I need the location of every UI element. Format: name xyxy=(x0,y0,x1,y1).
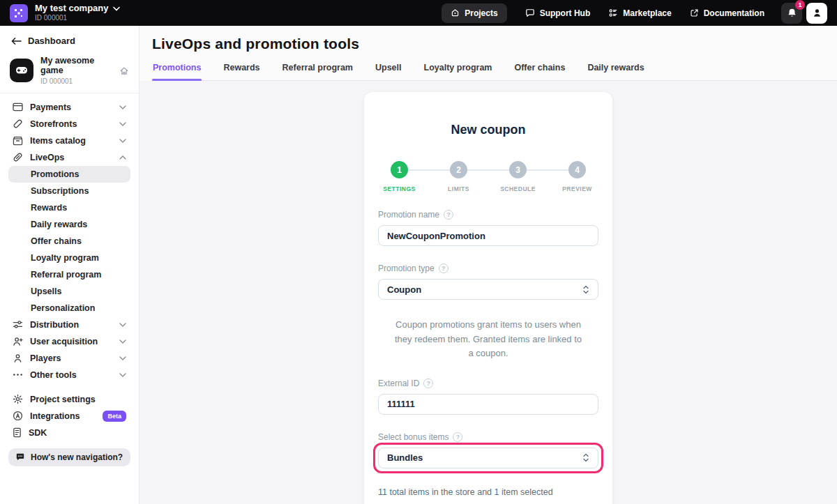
tab-bar: Promotions Rewards Referral program Upse… xyxy=(152,63,837,81)
chevron-down-icon xyxy=(119,122,126,126)
bonus-items-label-row: Select bonus items ? xyxy=(378,432,598,442)
sidebar-item-subscriptions[interactable]: Subscriptions xyxy=(8,183,130,199)
sidebar-item-distribution[interactable]: Distribution xyxy=(8,316,130,333)
tab-offer-chains[interactable]: Offer chains xyxy=(513,63,566,80)
step-4-label: PREVIEW xyxy=(562,185,592,192)
user-icon xyxy=(13,353,23,363)
promotion-type-select[interactable]: Coupon xyxy=(378,279,598,300)
project-avatar xyxy=(10,59,33,82)
bonus-items-select[interactable]: Bundles xyxy=(378,448,598,468)
sidebar-item-other-tools[interactable]: Other tools xyxy=(8,367,130,383)
project-row[interactable]: My awesome game ID 000001 xyxy=(8,56,130,85)
external-id-label: External ID xyxy=(378,379,419,388)
tab-daily-rewards[interactable]: Daily rewards xyxy=(587,63,644,80)
sidebar-label-offer-chains: Offer chains xyxy=(31,236,82,246)
sidebar-item-promotions[interactable]: Promotions xyxy=(8,166,130,183)
chat-icon xyxy=(15,452,25,461)
help-icon[interactable]: ? xyxy=(453,432,462,442)
notifications-badge: 1 xyxy=(795,0,805,10)
step-preview: 4 PREVIEW xyxy=(568,161,586,192)
projects-button[interactable]: Projects xyxy=(442,3,506,23)
chevron-down-icon xyxy=(119,105,126,109)
sidebar-item-sdk[interactable]: SDK xyxy=(8,425,130,441)
promotion-name-input[interactable] xyxy=(378,225,598,246)
chevron-down-icon xyxy=(113,6,120,11)
notifications-button[interactable]: 1 xyxy=(781,3,802,24)
help-icon[interactable]: ? xyxy=(439,264,448,273)
sidebar-item-loyalty-program[interactable]: Loyalty program xyxy=(8,250,130,266)
company-id: ID 000001 xyxy=(35,15,120,22)
external-id-input[interactable] xyxy=(378,394,598,415)
sidebar-item-players[interactable]: Players xyxy=(8,350,130,367)
documentation-button[interactable]: Documentation xyxy=(690,8,764,18)
sidebar-label-loyalty-program: Loyalty program xyxy=(31,253,99,263)
sidebar-item-liveops[interactable]: LiveOps xyxy=(8,149,130,166)
sidebar-item-personalization[interactable]: Personalization xyxy=(8,300,130,316)
main-header: LiveOps and promotion tools Promotions R… xyxy=(140,26,837,81)
sidebar-item-offer-chains[interactable]: Offer chains xyxy=(8,233,130,250)
tag-icon xyxy=(13,119,23,129)
person-icon xyxy=(812,8,822,18)
sidebar-label-sdk: SDK xyxy=(29,428,47,438)
tab-referral-program[interactable]: Referral program xyxy=(282,63,354,80)
sidebar-item-upsells[interactable]: Upsells xyxy=(8,283,130,300)
marketplace-button[interactable]: Marketplace xyxy=(608,8,671,18)
projects-icon xyxy=(451,8,460,17)
help-icon[interactable]: ? xyxy=(423,379,433,388)
back-to-dashboard[interactable]: Dashboard xyxy=(8,34,130,47)
sidebar-label-promotions: Promotions xyxy=(31,169,79,179)
sidebar-label-items-catalog: Items catalog xyxy=(30,136,86,146)
account-button[interactable] xyxy=(806,3,827,24)
sidebar-item-daily-rewards[interactable]: Daily rewards xyxy=(8,216,130,233)
sidebar-item-project-settings[interactable]: Project settings xyxy=(8,391,130,408)
sidebar-label-other-tools: Other tools xyxy=(30,370,77,380)
home-icon[interactable] xyxy=(119,66,129,75)
speech-bubble-icon xyxy=(525,8,535,17)
card-icon xyxy=(13,102,23,112)
tab-upsell[interactable]: Upsell xyxy=(375,63,402,80)
step-schedule: 3 SCHEDULE xyxy=(509,161,527,192)
ellipsis-icon xyxy=(13,373,23,376)
tab-loyalty-program[interactable]: Loyalty program xyxy=(423,63,493,80)
sidebar-item-rewards[interactable]: Rewards xyxy=(8,199,130,216)
sidebar-item-items-catalog[interactable]: Items catalog xyxy=(8,132,130,149)
company-logo[interactable] xyxy=(10,4,28,22)
sidebar-label-personalization: Personalization xyxy=(31,303,95,313)
support-hub-button[interactable]: Support Hub xyxy=(525,8,591,18)
step-connector xyxy=(527,169,568,171)
gear-icon xyxy=(13,394,23,404)
sidebar-item-integrations[interactable]: Integrations Beta xyxy=(8,408,130,425)
top-nav: Projects Support Hub Marketplace Documen… xyxy=(442,3,764,23)
sidebar-item-user-acquisition[interactable]: User acquisition xyxy=(8,333,130,350)
step-2-circle: 2 xyxy=(450,161,467,178)
help-icon[interactable]: ? xyxy=(444,210,453,220)
gamepad-icon xyxy=(15,66,28,75)
navigation-feedback-button[interactable]: How's new navigation? xyxy=(8,448,130,466)
external-link-icon xyxy=(690,8,699,17)
sidebar-label-liveops: LiveOps xyxy=(30,153,64,162)
sidebar-item-referral-program[interactable]: Referral program xyxy=(8,266,130,283)
capsule-icon xyxy=(13,152,23,162)
sidebar-item-storefronts[interactable]: Storefronts xyxy=(8,116,130,132)
sliders-icon xyxy=(13,320,23,329)
sidebar-label-referral-program: Referral program xyxy=(31,270,101,280)
sidebar-label-rewards: Rewards xyxy=(31,203,67,213)
support-hub-label: Support Hub xyxy=(540,8,591,18)
tab-promotions[interactable]: Promotions xyxy=(152,63,202,80)
document-icon xyxy=(13,427,22,438)
step-connector xyxy=(467,169,509,171)
bell-icon xyxy=(787,8,797,18)
company-switcher[interactable]: My test company ID 000001 xyxy=(35,3,120,22)
step-1-label: SETTINGS xyxy=(383,185,416,192)
items-summary: 11 total items in the store and 1 item s… xyxy=(378,487,598,497)
sidebar-label-players: Players xyxy=(30,353,61,363)
tab-rewards[interactable]: Rewards xyxy=(223,63,260,80)
sidebar-item-payments[interactable]: Payments xyxy=(8,99,130,116)
projects-label: Projects xyxy=(465,8,497,18)
company-name: My test company xyxy=(35,3,108,13)
sidebar-divider xyxy=(0,93,139,93)
promotion-type-value: Coupon xyxy=(387,284,421,295)
step-2-label: LIMITS xyxy=(448,185,469,192)
sidebar-label-payments: Payments xyxy=(30,102,71,112)
step-1-circle: 1 xyxy=(391,161,408,178)
